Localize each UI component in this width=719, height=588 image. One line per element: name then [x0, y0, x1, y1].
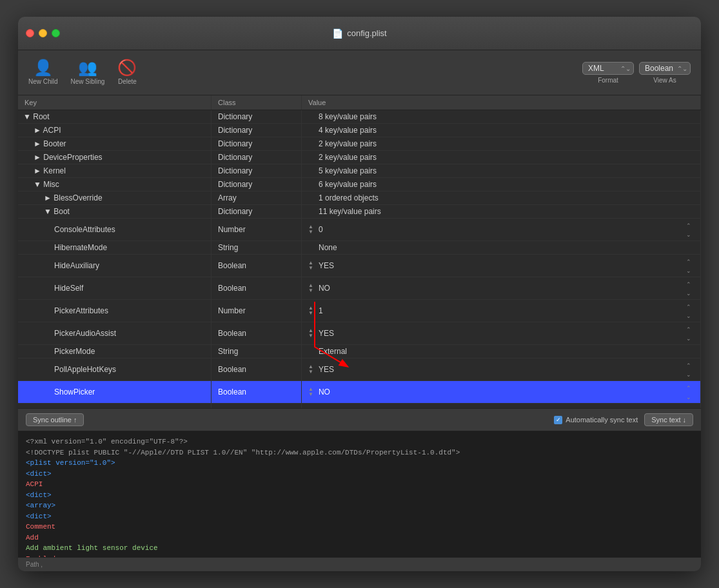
class-cell: String [212, 345, 302, 358]
table-row[interactable]: ► ACPIDictionary4 key/value pairs [18, 124, 701, 137]
checkbox-icon: ✓ [554, 416, 562, 424]
table-row[interactable]: TakeoffDelayNumber▲▼5000⌃⌄ [18, 404, 701, 408]
xml-line: <dict> [26, 511, 693, 522]
format-select[interactable]: XML Binary ASCII [582, 62, 634, 75]
key-cell: HideAuxiliary [18, 255, 212, 277]
table-row[interactable]: ▼ RootDictionary8 key/value pairs [18, 110, 701, 124]
table-row[interactable]: HibernateModeStringNone [18, 241, 701, 255]
table-row[interactable]: ► DevicePropertiesDictionary2 key/value … [18, 151, 701, 164]
delete-button[interactable]: 🚫 Delete [117, 60, 137, 85]
maximize-button[interactable] [52, 29, 60, 37]
table-row[interactable]: ConsoleAttributesNumber▲▼0⌃⌄ [18, 219, 701, 241]
value-cell: ▲▼YES⌃⌄ [302, 322, 701, 344]
xml-line: <?xml version="1.0" encoding="UTF-8"?> [26, 436, 693, 447]
right-stepper[interactable]: ⌃⌄ [686, 360, 691, 378]
value-cell: ▲▼YES⌃⌄ [302, 255, 701, 277]
table-row[interactable]: HideSelfBoolean▲▼NO⌃⌄ [18, 277, 701, 300]
table-row[interactable]: PickerAudioAssistBoolean▲▼YES⌃⌄ [18, 322, 701, 345]
table-row[interactable]: PickerAttributesNumber▲▼1⌃⌄ [18, 300, 701, 322]
traffic-lights [26, 29, 60, 37]
sync-text-button[interactable]: Sync text ↓ [644, 413, 693, 426]
key-cell: PickerMode [18, 345, 212, 358]
table-row[interactable]: PickerModeStringExternal [18, 345, 701, 358]
stepper[interactable]: ▲▼ [308, 283, 313, 293]
delete-icon: 🚫 [117, 60, 137, 75]
class-cell: Boolean [212, 277, 302, 299]
key-cell: HideSelf [18, 277, 212, 299]
value-cell: 6 key/value pairs [302, 178, 701, 191]
xml-line: <array> [26, 500, 693, 511]
value-cell: External [302, 345, 701, 358]
table-row[interactable]: ► KernelDictionary5 key/value pairs [18, 164, 701, 178]
value-cell: 1 ordered objects [302, 191, 701, 204]
value-header: Value [302, 95, 701, 110]
class-cell: String [212, 241, 302, 254]
key-cell: ► ACPI [18, 124, 212, 137]
table-area: Key Class Value ▼ RootDictionary8 key/va… [18, 95, 701, 408]
table-row[interactable]: ▼ BootDictionary11 key/value pairs [18, 205, 701, 219]
key-cell: ► DeviceProperties [18, 151, 212, 164]
table-body[interactable]: ▼ RootDictionary8 key/value pairs► ACPID… [18, 110, 701, 408]
right-stepper[interactable]: ⌃⌄ [686, 383, 691, 401]
value-cell: ▲▼5000⌃⌄ [302, 404, 701, 408]
right-stepper[interactable]: ⌃⌄ [686, 406, 691, 408]
class-cell: Number [212, 219, 302, 240]
auto-sync-checkbox[interactable]: ✓ Automatically sync text [554, 416, 638, 424]
table-header: Key Class Value [18, 95, 701, 110]
new-child-button[interactable]: 👤 New Child [28, 60, 58, 85]
value-cell: 8 key/value pairs [302, 110, 701, 123]
format-label: Format [598, 77, 618, 84]
class-cell: Boolean [212, 381, 302, 403]
right-stepper[interactable]: ⌃⌄ [686, 257, 691, 275]
value-cell: 11 key/value pairs [302, 205, 701, 218]
right-stepper[interactable]: ⌃⌄ [686, 279, 691, 297]
key-cell: ► BlessOverride [18, 191, 212, 204]
class-cell: Dictionary [212, 124, 302, 137]
value-cell: 4 key/value pairs [302, 124, 701, 137]
xml-editor[interactable]: <?xml version="1.0" encoding="UTF-8"?><!… [18, 431, 701, 557]
status-text: Path , [26, 561, 43, 568]
table-row[interactable]: ShowPickerBoolean▲▼NO⌃⌄ [18, 381, 701, 404]
window-title: 📄 config.plist [332, 28, 386, 39]
value-cell: 2 key/value pairs [302, 151, 701, 164]
value-cell: 5 key/value pairs [302, 164, 701, 177]
new-child-label: New Child [28, 78, 58, 85]
table-row[interactable]: ► BooterDictionary2 key/value pairs [18, 137, 701, 151]
right-stepper[interactable]: ⌃⌄ [686, 220, 691, 239]
close-button[interactable] [26, 29, 34, 37]
xml-line: <!DOCTYPE plist PUBLIC "-//Apple//DTD PL… [26, 447, 693, 458]
class-cell: Array [212, 191, 302, 204]
value-cell: ▲▼NO⌃⌄ [302, 277, 701, 299]
new-sibling-label: New Sibling [71, 78, 105, 85]
table-row[interactable]: ▼ MiscDictionary6 key/value pairs [18, 178, 701, 191]
auto-sync-label: Automatically sync text [566, 416, 638, 424]
minimize-button[interactable] [39, 29, 47, 37]
stepper[interactable]: ▲▼ [308, 224, 313, 235]
key-header: Key [18, 95, 212, 110]
titlebar: 📄 config.plist [18, 17, 701, 50]
value-cell: ▲▼YES⌃⌄ [302, 358, 701, 380]
file-icon: 📄 [332, 28, 343, 39]
sync-outline-button[interactable]: Sync outline ↑ [26, 413, 84, 426]
stepper[interactable]: ▲▼ [308, 328, 313, 338]
value-cell: ▲▼0⌃⌄ [302, 219, 701, 240]
xml-line: <dict> [26, 490, 693, 501]
stepper[interactable]: ▲▼ [308, 306, 313, 316]
stepper[interactable]: ▲▼ [308, 364, 313, 375]
stepper[interactable]: ▲▼ [308, 260, 313, 271]
view-as-select[interactable]: Boolean String Number [639, 62, 691, 75]
table-row[interactable]: HideAuxiliaryBoolean▲▼YES⌃⌄ [18, 255, 701, 277]
right-stepper[interactable]: ⌃⌄ [686, 302, 691, 320]
table-row[interactable]: ► BlessOverrideArray1 ordered objects [18, 191, 701, 205]
right-stepper[interactable]: ⌃⌄ [686, 324, 691, 342]
stepper[interactable]: ▲▼ [308, 387, 313, 397]
class-header: Class [212, 95, 302, 110]
key-cell: PickerAudioAssist [18, 322, 212, 344]
key-cell: ▼ Root [18, 110, 212, 123]
bottom-bar: Sync outline ↑ ✓ Automatically sync text… [18, 408, 701, 431]
toolbar: 👤 New Child 👥 New Sibling 🚫 Delete XML B… [18, 50, 701, 95]
class-cell: Dictionary [212, 151, 302, 164]
table-row[interactable]: PollAppleHotKeysBoolean▲▼YES⌃⌄ [18, 358, 701, 381]
key-cell: HibernateMode [18, 241, 212, 254]
new-sibling-button[interactable]: 👥 New Sibling [71, 60, 105, 85]
